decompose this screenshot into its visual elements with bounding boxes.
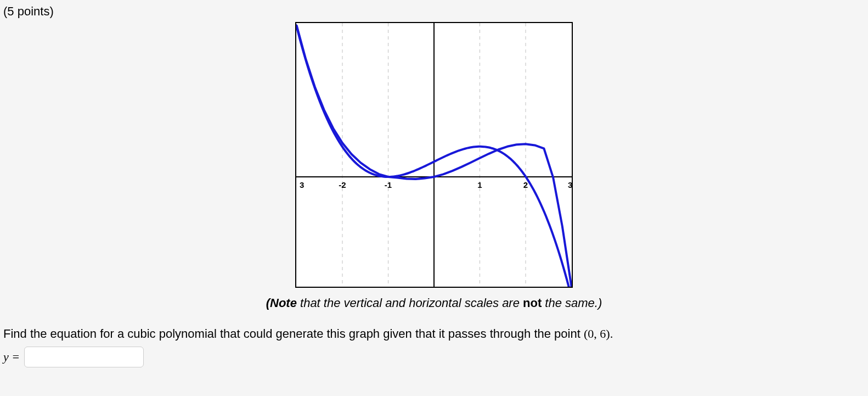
note-suffix: the same.) — [542, 296, 602, 310]
question-after: . — [610, 327, 613, 341]
x-tick-3: 3 — [568, 180, 572, 189]
graph-wrapper: 3 -2 -1 1 2 3 (Note that the vertical an… — [3, 22, 865, 310]
note-middle: that the vertical and horizontal scales … — [297, 296, 523, 310]
answer-label: y = — [3, 350, 20, 364]
x-tick-neg3: 3 — [300, 180, 304, 189]
x-tick-2: 2 — [523, 180, 528, 189]
x-tick-1: 1 — [477, 180, 482, 189]
question-point: (0, 6) — [584, 327, 610, 341]
question-before: Find the equation for a cubic polynomial… — [3, 327, 584, 341]
question-text: Find the equation for a cubic polynomial… — [3, 327, 865, 341]
note-not: not — [523, 296, 542, 310]
note-prefix: (Note — [266, 296, 297, 310]
scale-note: (Note that the vertical and horizontal s… — [3, 296, 865, 310]
answer-row: y = — [3, 347, 865, 367]
graph-plot: 3 -2 -1 1 2 3 — [295, 22, 573, 288]
x-tick-neg1: -1 — [385, 180, 392, 189]
points-label: (5 points) — [3, 4, 865, 19]
x-tick-neg2: -2 — [339, 180, 346, 189]
answer-input[interactable] — [24, 347, 144, 367]
